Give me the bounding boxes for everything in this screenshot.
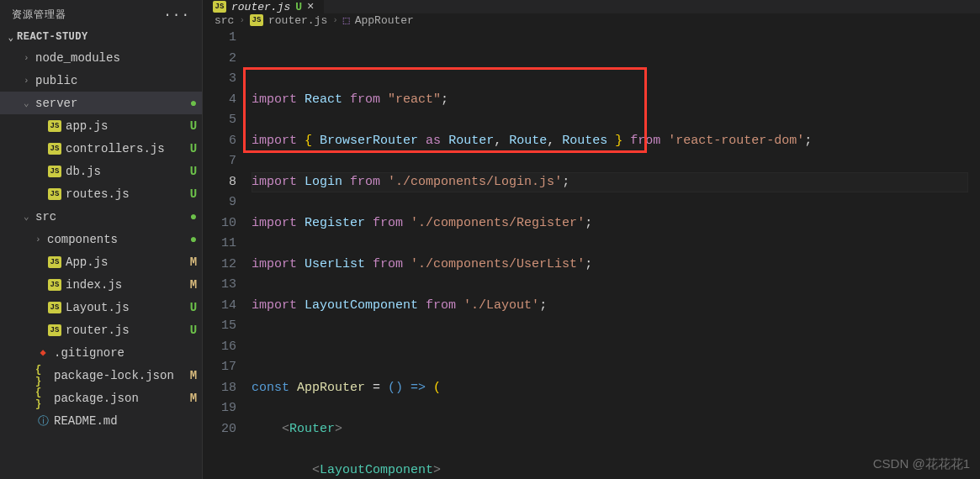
breadcrumb[interactable]: src › JS router.js › ⬚ AppRouter	[203, 13, 980, 27]
git-icon: ◆	[35, 346, 50, 359]
js-icon: JS	[47, 302, 62, 313]
explorer-header: 资源管理器 ···	[0, 0, 202, 29]
js-icon: JS	[47, 256, 62, 268]
symbol-icon: ⬚	[343, 13, 350, 27]
js-icon: JS	[47, 188, 62, 200]
info-icon: ⓘ	[35, 413, 50, 429]
tree-item-server[interactable]: ⌄server●	[0, 92, 202, 114]
breadcrumb-file[interactable]: router.js	[268, 14, 327, 27]
chevron-right-icon: ›	[239, 15, 245, 25]
close-icon[interactable]: ×	[307, 0, 314, 13]
status-badge: M	[185, 369, 202, 382]
tree-item-router-js[interactable]: JSrouter.jsU	[0, 318, 202, 341]
status-badge: U	[185, 165, 202, 178]
status-badge: U	[185, 142, 202, 155]
project-header[interactable]: ⌄ REACT-STUDY	[0, 29, 202, 45]
tree-item-label: Layout.js	[66, 301, 185, 314]
chevron-icon: ›	[35, 234, 47, 245]
breadcrumb-src[interactable]: src	[215, 14, 234, 27]
tree-item-label: controllers.js	[66, 142, 185, 155]
tree-item-layout-js[interactable]: JSLayout.jsU	[0, 296, 202, 318]
tree-item-label: index.js	[66, 278, 185, 292]
js-icon: JS	[213, 1, 226, 13]
tree-item-readme-md[interactable]: ⓘREADME.md	[0, 409, 202, 432]
tree-item-label: app.js	[66, 119, 185, 133]
tree-item-label: .gitignore	[54, 346, 185, 360]
js-icon: JS	[47, 120, 62, 132]
tab-label: router.js	[231, 1, 290, 13]
js-icon: JS	[47, 143, 62, 155]
tree-item-src[interactable]: ⌄src●	[0, 205, 202, 228]
json-icon: { }	[35, 387, 50, 410]
tree-item-label: App.js	[66, 255, 185, 269]
status-badge: U	[185, 119, 202, 133]
tree-item-label: package-lock.json	[54, 369, 185, 382]
tree-item-label: components	[47, 233, 185, 246]
tree-item-index-js[interactable]: JSindex.jsM	[0, 273, 202, 296]
explorer-title: 资源管理器	[12, 8, 66, 22]
chevron-down-icon: ⌄	[5, 32, 17, 43]
tree-item-app-js[interactable]: JSapp.jsU	[0, 114, 202, 137]
line-gutter: 1234567891011121314151617181920	[203, 28, 252, 479]
tree-item-controllers-js[interactable]: JScontrollers.jsU	[0, 137, 202, 160]
status-badge: ●	[185, 233, 202, 246]
breadcrumb-symbol[interactable]: AppRouter	[355, 14, 414, 27]
js-icon: JS	[47, 166, 62, 177]
chevron-icon: ⌄	[24, 97, 35, 108]
tree-item-app-js[interactable]: JSApp.jsM	[0, 250, 202, 273]
tree-item-package-lock-json[interactable]: { }package-lock.jsonM	[0, 364, 202, 387]
tree-item-label: server	[35, 97, 185, 110]
tree-item--gitignore[interactable]: ◆.gitignore	[0, 341, 202, 364]
tree-item-package-json[interactable]: { }package.jsonM	[0, 387, 202, 409]
chevron-icon: ›	[24, 76, 35, 86]
tree-item-routes-js[interactable]: JSroutes.jsU	[0, 182, 202, 205]
tab-router-js[interactable]: JS router.js U ×	[203, 0, 325, 13]
tree-item-label: routes.js	[66, 187, 185, 201]
status-badge: ●	[185, 210, 202, 224]
tree-item-label: src	[35, 210, 185, 224]
status-badge: M	[185, 392, 202, 405]
status-badge: ●	[185, 97, 202, 110]
editor-area: JS router.js U × src › JS router.js › ⬚ …	[203, 0, 980, 479]
status-badge: U	[185, 301, 202, 314]
js-icon: JS	[47, 279, 62, 291]
more-icon[interactable]: ···	[163, 8, 190, 23]
tab-status: U	[295, 1, 302, 13]
tree-item-label: public	[35, 74, 185, 87]
js-icon: JS	[47, 324, 62, 336]
chevron-icon: ⌄	[24, 211, 35, 222]
tree-item-label: node_modules	[35, 51, 185, 65]
tree-item-label: db.js	[66, 165, 185, 178]
status-badge: U	[185, 324, 202, 337]
status-badge: M	[185, 278, 202, 292]
status-badge: U	[185, 187, 202, 201]
tree-item-public[interactable]: ›public	[0, 69, 202, 92]
tree-item-label: package.json	[54, 392, 185, 405]
json-icon: { }	[35, 364, 50, 387]
tree-item-db-js[interactable]: JSdb.jsU	[0, 160, 202, 182]
tab-bar: JS router.js U ×	[203, 0, 980, 13]
code-editor[interactable]: 1234567891011121314151617181920 import R…	[203, 27, 980, 479]
chevron-icon: ›	[24, 53, 35, 63]
tree-item-label: README.md	[54, 414, 185, 428]
js-icon: JS	[250, 14, 263, 26]
code-content[interactable]: import React from "react"; import { Brow…	[252, 28, 980, 479]
file-tree: ›node_modules›public⌄server●JSapp.jsUJSc…	[0, 46, 202, 432]
tree-item-label: router.js	[66, 324, 185, 337]
explorer-sidebar: 资源管理器 ··· ⌄ REACT-STUDY ›node_modules›pu…	[0, 0, 203, 479]
project-name: REACT-STUDY	[17, 31, 88, 43]
status-badge: M	[185, 255, 202, 269]
chevron-right-icon: ›	[332, 15, 338, 25]
tree-item-node_modules[interactable]: ›node_modules	[0, 46, 202, 69]
tree-item-components[interactable]: ›components●	[0, 228, 202, 250]
